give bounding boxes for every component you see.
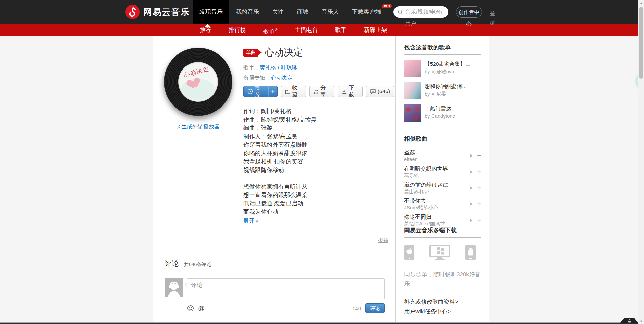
comments-count: 共646条评论: [184, 262, 211, 268]
comments-section: 评论 共646条评论: [165, 259, 385, 324]
comment-toolbar: @ 140 评论: [187, 303, 385, 313]
playlist-item[interactable]: 【520甜蜜合集】… by 可爱敏ovo: [404, 60, 481, 77]
comments-header: 评论 共646条评论: [165, 259, 385, 272]
playlist-author[interactable]: by 可尼晏: [425, 90, 467, 98]
similar-song-title[interactable]: 嵐の前の静けさに: [404, 182, 467, 188]
album-link[interactable]: 心动决定: [271, 75, 293, 81]
add-icon[interactable]: +: [477, 217, 481, 224]
add-icon[interactable]: +: [477, 201, 481, 208]
favorite-label: 收藏: [292, 84, 302, 99]
lyrics-line: 编曲：张黎: [243, 124, 394, 133]
badge-dot: [258, 52, 259, 53]
player-lock-tab[interactable]: [620, 318, 638, 323]
nav-item-my-music[interactable]: 我的音乐: [229, 0, 266, 24]
avatar: [165, 278, 183, 297]
page-scrollbar[interactable]: ▲ ▼: [638, 0, 644, 324]
iphone-icon[interactable]: [404, 245, 414, 260]
favorite-button[interactable]: 收藏: [281, 86, 306, 97]
netease-music-page: 网易云音乐 发现音乐 我的音乐 关注 商城 音乐人 下载客户端 HOT 音乐/视…: [0, 0, 644, 324]
download-description: 同步歌单，随时畅听320k好音乐: [404, 270, 481, 288]
share-button[interactable]: 分享: [309, 86, 335, 97]
play-icon[interactable]: [470, 202, 472, 206]
playlist-cover-thumbnail[interactable]: [404, 82, 421, 99]
subnav-item-radio[interactable]: 主播电台: [294, 24, 318, 36]
similar-songs-title: 相似歌曲: [404, 135, 481, 146]
expand-label: 展开: [243, 218, 254, 224]
playlist-item[interactable]: 想和你唱甜蜜俏… by 可尼晏: [404, 82, 481, 99]
unlock-icon: [628, 319, 631, 323]
report-error-link[interactable]: 报错: [378, 237, 388, 244]
subnav-item-new-albums[interactable]: 新碟上架: [364, 24, 387, 36]
platform-icons: [404, 245, 476, 260]
login-link[interactable]: 登录: [490, 9, 496, 26]
add-to-playlist-button[interactable]: +: [268, 86, 277, 97]
playlist-title[interactable]: 想和你唱甜蜜俏…: [425, 82, 467, 90]
playlist-text: 「热门雷达」… by Candytone: [425, 104, 462, 122]
lyrics-line: 我拿起相机 拍你的笑容: [243, 158, 394, 166]
play-icon[interactable]: [470, 170, 472, 174]
scrollbar-down-arrow[interactable]: ▼: [638, 318, 644, 324]
emoji-button[interactable]: [187, 305, 194, 312]
netease-logo-icon: [125, 5, 140, 19]
generate-external-player-link[interactable]: 生成外链播放器: [181, 124, 220, 129]
subnav-item-artists[interactable]: 歌手: [335, 24, 347, 36]
playlist-author[interactable]: by 可爱敏ovo: [425, 68, 471, 75]
nav-item-download-client[interactable]: 下载客户端 HOT: [345, 0, 388, 24]
scrollbar-up-arrow[interactable]: ▲: [638, 0, 644, 6]
windows-icon[interactable]: [429, 245, 450, 260]
similar-song-text: 不带你去 JSore/蜡笔小心: [404, 198, 467, 211]
similar-song-title[interactable]: 圣诞: [404, 149, 467, 156]
user-wiki-link[interactable]: 用户wiki任务中心>: [404, 307, 481, 316]
play-icon[interactable]: [470, 154, 472, 158]
play-button[interactable]: 播放: [244, 84, 268, 99]
playlist-item[interactable]: 「热门雷达」… by Candytone: [404, 104, 481, 122]
play-icon[interactable]: [470, 186, 472, 190]
similar-song-item: 在明暗交织的世界 葛乐铭 +: [404, 165, 481, 178]
search-input[interactable]: 音乐/视频/电台/用户: [393, 6, 448, 18]
play-button-group: 播放 +: [243, 86, 278, 97]
artist-link-2[interactable]: 叶琼琳: [281, 65, 297, 71]
nav-item-store[interactable]: 商城: [290, 0, 315, 24]
subnav-item-playlists[interactable]: 歌单®: [263, 24, 277, 36]
comment-textarea[interactable]: [187, 278, 385, 299]
play-icon[interactable]: [470, 218, 472, 222]
similar-song-title[interactable]: 在明暗交织的世界: [404, 165, 467, 172]
playlist-title[interactable]: 【520甜蜜合集】…: [425, 60, 471, 68]
mention-button[interactable]: @: [198, 304, 205, 312]
playlist-cover-thumbnail[interactable]: [404, 104, 421, 122]
char-count: 140: [352, 306, 361, 311]
brand-logo[interactable]: 网易云音乐: [125, 0, 190, 24]
similar-song-title[interactable]: 不带你去: [404, 198, 467, 204]
similar-song-title[interactable]: 殊途不同归: [404, 214, 467, 221]
add-icon[interactable]: +: [477, 152, 481, 159]
playlist-cover-thumbnail[interactable]: [404, 60, 421, 77]
similar-song-text: 殊途不同归 萧忆情Alex/国风堂: [404, 214, 467, 227]
smiley-icon: [187, 305, 194, 312]
add-icon[interactable]: +: [477, 185, 481, 191]
android-icon[interactable]: [465, 245, 476, 260]
subnav-item-charts[interactable]: 排行榜: [229, 24, 246, 36]
album-label: 所属专辑：: [243, 75, 271, 81]
song-title: 心动决定: [265, 46, 303, 59]
expand-lyrics-link[interactable]: 展开∨: [243, 217, 259, 225]
edit-song-info-link[interactable]: 补充或修改歌曲资料>: [404, 297, 481, 307]
add-icon[interactable]: +: [477, 169, 481, 175]
scrollbar-thumb[interactable]: [639, 7, 643, 79]
playlists-section-title: 包含这首歌的歌单: [404, 43, 481, 55]
nav-item-discover[interactable]: 发现音乐: [193, 0, 229, 24]
album-disc: 心动决定: [164, 48, 232, 116]
single-type-badge: 单曲: [243, 49, 258, 57]
playlist-author[interactable]: by Candytone: [425, 112, 462, 120]
comments-button[interactable]: (646): [366, 86, 394, 97]
primary-nav: 发现音乐 我的音乐 关注 商城 音乐人 下载客户端 HOT: [193, 0, 388, 24]
artist-link-1[interactable]: 黄礼格: [260, 65, 276, 71]
download-button[interactable]: 下载: [338, 86, 363, 97]
submit-comment-button[interactable]: 评论: [365, 303, 385, 313]
nav-item-follow[interactable]: 关注: [266, 0, 290, 24]
playlist-title[interactable]: 「热门雷达」…: [425, 104, 462, 112]
playlist-text: 【520甜蜜合集】… by 可爱敏ovo: [425, 60, 471, 77]
nav-item-musician[interactable]: 音乐人: [315, 0, 345, 24]
similar-song-item: 不带你去 JSore/蜡笔小心 +: [404, 198, 481, 211]
subnav-item-recommend[interactable]: 推荐: [200, 24, 211, 36]
creator-center-button[interactable]: 创作者中心: [456, 6, 482, 18]
